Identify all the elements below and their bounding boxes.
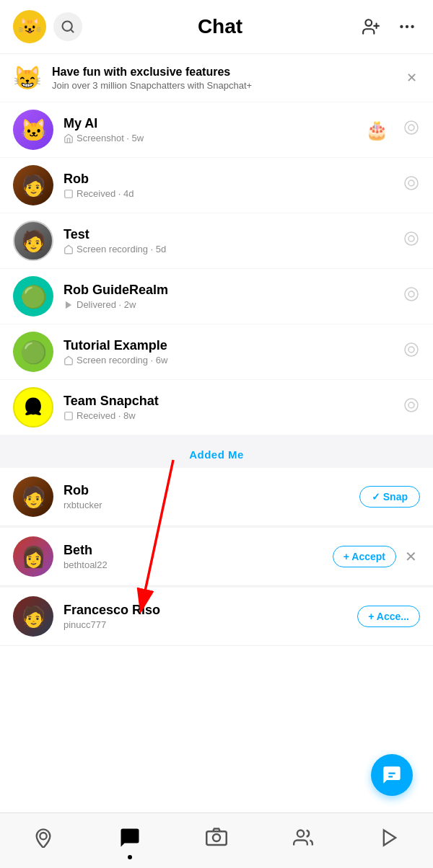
added-item-francesco[interactable]: 🧑 Francesco Riso pinucc777 + Acce... <box>0 588 433 646</box>
banner-emoji: 😸 <box>13 64 42 92</box>
added-username-rob: rxbtucker <box>64 500 359 510</box>
chat-item-rob[interactable]: 🧑 Rob Received · 4d <box>0 158 433 213</box>
svg-point-27 <box>40 833 46 839</box>
added-info-beth: Beth bethtoal22 <box>64 543 333 570</box>
compose-fab[interactable] <box>371 754 413 796</box>
svg-point-12 <box>408 180 414 186</box>
svg-point-29 <box>213 834 220 841</box>
avatar-my-ai: 🐱 <box>13 110 53 150</box>
camera-icon <box>206 827 227 849</box>
chat-item-test[interactable]: 🧑 Test Screen recording · 5d <box>0 213 433 269</box>
screenshot-icon <box>64 133 74 143</box>
header-left: 😺 <box>13 10 46 43</box>
search-icon <box>61 19 75 34</box>
header-icons <box>358 14 420 40</box>
chat-item-my-ai[interactable]: 🐱 My AI Screenshot · 5w 🎂 <box>0 102 433 158</box>
avatar-test: 🧑 <box>13 221 53 261</box>
svg-point-14 <box>408 236 414 242</box>
dismiss-button-beth[interactable]: ✕ <box>402 545 420 568</box>
more-options-icon <box>398 17 416 36</box>
map-icon <box>33 828 53 848</box>
banner-close-button[interactable]: ✕ <box>403 67 420 89</box>
added-info-francesco: Francesco Riso pinucc777 <box>64 603 357 630</box>
user-avatar[interactable]: 😺 <box>13 10 46 43</box>
camera-icon-my-ai[interactable] <box>403 119 420 141</box>
svg-point-30 <box>297 831 304 837</box>
nav-item-camera[interactable] <box>195 822 238 854</box>
page-wrapper: 😺 Chat <box>0 0 433 705</box>
svg-point-5 <box>400 25 403 28</box>
avatar-tutorial: 🟢 <box>13 332 53 372</box>
page-title: Chat <box>82 15 358 38</box>
more-options-button[interactable] <box>394 14 420 40</box>
chat-info-team-snapchat: Team Snapchat Received · 8w <box>64 394 395 421</box>
svg-marker-15 <box>66 301 71 309</box>
camera-icon-rob-guiderealm[interactable] <box>403 285 420 307</box>
screen-recording-icon <box>64 244 74 254</box>
chat-item-tutorial[interactable]: 🟢 Tutorial Example Screen recording · 6w <box>0 324 433 380</box>
nav-item-friends[interactable] <box>281 822 325 854</box>
snap-button-rob[interactable]: ✓ Snap <box>359 486 420 508</box>
chat-status-test: Screen recording · 5d <box>64 244 395 254</box>
reaction-emoji-my-ai: 🎂 <box>365 119 388 141</box>
nav-item-stories[interactable] <box>368 822 411 854</box>
added-item-beth[interactable]: 👩 Beth bethtoal22 + Accept ✕ <box>0 528 433 586</box>
camera-icon-tutorial[interactable] <box>403 341 420 363</box>
banner-text: Have fun with exclusive features Join ov… <box>52 66 403 91</box>
chat-name-my-ai: My AI <box>64 116 365 131</box>
added-info-rob: Rob rxbtucker <box>64 483 359 510</box>
chat-name-tutorial: Tutorial Example <box>64 338 395 353</box>
chat-info-rob: Rob Received · 4d <box>64 172 395 199</box>
svg-line-1 <box>71 30 74 32</box>
added-name-rob: Rob <box>64 483 359 498</box>
avatar-added-francesco: 🧑 <box>13 596 53 637</box>
svg-point-21 <box>405 399 418 412</box>
svg-point-16 <box>405 288 418 301</box>
svg-point-6 <box>406 25 408 28</box>
nav-item-chat[interactable] <box>108 822 152 854</box>
chat-info-my-ai: My AI Screenshot · 5w <box>64 116 365 143</box>
snapchat-ghost-icon <box>21 395 45 420</box>
camera-icon-team-snapchat[interactable] <box>403 397 420 418</box>
chat-status-team-snapchat: Received · 8w <box>64 410 395 421</box>
added-actions-rob: ✓ Snap <box>359 486 420 508</box>
svg-point-18 <box>405 343 418 356</box>
chat-name-test: Test <box>64 227 395 242</box>
svg-point-9 <box>408 125 414 130</box>
added-username-beth: bethtoal22 <box>64 559 333 570</box>
add-friend-button[interactable] <box>358 14 384 40</box>
svg-marker-31 <box>384 831 395 846</box>
chat-list: 🐱 My AI Screenshot · 5w 🎂 <box>0 102 433 435</box>
search-button[interactable] <box>53 12 82 41</box>
avatar-added-rob: 🧑 <box>13 477 53 517</box>
avatar-rob: 🧑 <box>13 165 53 205</box>
avatar-rob-guiderealm: 🟢 <box>13 276 53 316</box>
added-actions-beth: + Accept ✕ <box>333 545 420 568</box>
add-friend-icon <box>362 17 380 36</box>
delivered-icon <box>64 300 74 310</box>
svg-rect-20 <box>65 412 73 420</box>
camera-icon-test[interactable] <box>403 230 420 252</box>
snapchat-plus-banner[interactable]: 😸 Have fun with exclusive features Join … <box>0 54 433 102</box>
screen-recording-icon-2 <box>64 355 74 366</box>
compose-icon <box>382 765 402 785</box>
added-name-francesco: Francesco Riso <box>64 603 357 618</box>
chat-item-team-snapchat[interactable]: Team Snapchat Received · 8w <box>0 380 433 435</box>
nav-item-map[interactable] <box>22 822 65 854</box>
chat-name-team-snapchat: Team Snapchat <box>64 394 395 409</box>
svg-point-11 <box>405 177 418 190</box>
accept-button-beth[interactable]: + Accept <box>333 546 396 567</box>
added-item-rob[interactable]: 🧑 Rob rxbtucker ✓ Snap <box>0 468 433 526</box>
avatar-team-snapchat <box>13 387 53 428</box>
svg-point-17 <box>408 291 414 297</box>
header: 😺 Chat <box>0 0 433 54</box>
camera-icon-rob[interactable] <box>403 174 420 196</box>
chat-status-my-ai: Screenshot · 5w <box>64 133 365 143</box>
svg-point-13 <box>405 232 418 245</box>
chat-item-rob-guiderealm[interactable]: 🟢 Rob GuideRealm Delivered · 2w <box>0 269 433 324</box>
added-me-section: Added Me 🧑 Rob rxbtucker ✓ Snap 👩 Beth b… <box>0 435 433 646</box>
added-name-beth: Beth <box>64 543 333 558</box>
avatar-added-beth: 👩 <box>13 536 53 577</box>
chat-name-rob: Rob <box>64 172 395 187</box>
accept-button-francesco[interactable]: + Acce... <box>357 606 420 627</box>
